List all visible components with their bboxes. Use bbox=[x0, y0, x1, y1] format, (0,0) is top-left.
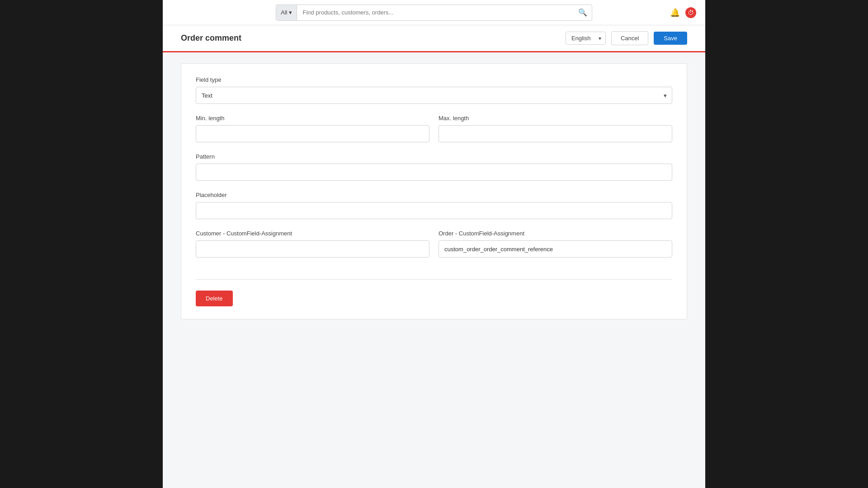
form-card: Field type Text Number Date Select Min. … bbox=[181, 63, 687, 319]
placeholder-group: Placeholder bbox=[196, 192, 672, 219]
customer-assignment-input[interactable] bbox=[196, 240, 429, 258]
page-title: Order comment bbox=[181, 33, 241, 43]
customer-assignment-label: Customer - CustomField-Assignment bbox=[196, 230, 429, 237]
pattern-input[interactable] bbox=[196, 164, 672, 181]
min-length-col: Min. length bbox=[196, 115, 429, 153]
custom-field-row: Customer - CustomField-Assignment Order … bbox=[196, 230, 672, 268]
min-length-label: Min. length bbox=[196, 115, 429, 122]
search-icon: 🔍 bbox=[578, 9, 587, 16]
min-length-group: Min. length bbox=[196, 115, 429, 142]
language-selector-wrapper: English German French bbox=[566, 32, 606, 45]
language-select[interactable]: English German French bbox=[566, 32, 606, 45]
min-length-input[interactable] bbox=[196, 125, 429, 142]
customer-assignment-group: Customer - CustomField-Assignment bbox=[196, 230, 429, 258]
topbar: All ▾ 🔍 🔔 ⏱ bbox=[163, 0, 705, 25]
max-length-label: Max. length bbox=[439, 115, 672, 122]
order-assignment-group: Order - CustomField-Assignment bbox=[439, 230, 672, 258]
search-button[interactable]: 🔍 bbox=[574, 8, 592, 17]
placeholder-label: Placeholder bbox=[196, 192, 672, 198]
field-type-label: Field type bbox=[196, 76, 672, 83]
divider bbox=[196, 279, 672, 280]
header-actions: English German French Cancel Save bbox=[566, 31, 687, 45]
field-type-select[interactable]: Text Number Date Select bbox=[196, 87, 672, 104]
field-type-group: Field type Text Number Date Select bbox=[196, 76, 672, 104]
main-content: Field type Text Number Date Select Min. … bbox=[163, 52, 705, 330]
order-assignment-col: Order - CustomField-Assignment bbox=[439, 230, 672, 268]
save-button[interactable]: Save bbox=[654, 32, 687, 45]
search-area: All ▾ 🔍 bbox=[276, 5, 592, 21]
max-length-group: Max. length bbox=[439, 115, 672, 142]
pattern-group: Pattern bbox=[196, 153, 672, 181]
placeholder-input[interactable] bbox=[196, 202, 672, 219]
max-length-col: Max. length bbox=[439, 115, 672, 153]
chevron-down-icon: ▾ bbox=[289, 9, 292, 16]
bell-icon: 🔔 bbox=[670, 8, 680, 18]
delete-button[interactable]: Delete bbox=[196, 291, 233, 306]
pattern-label: Pattern bbox=[196, 153, 672, 160]
notifications-button[interactable]: 🔔 bbox=[670, 8, 680, 18]
customer-assignment-col: Customer - CustomField-Assignment bbox=[196, 230, 429, 268]
topbar-icons: 🔔 ⏱ bbox=[670, 7, 696, 18]
clock-button[interactable]: ⏱ bbox=[685, 7, 696, 18]
search-input[interactable] bbox=[297, 5, 574, 20]
search-filter-label: All bbox=[281, 9, 287, 16]
length-row: Min. length Max. length bbox=[196, 115, 672, 153]
order-assignment-label: Order - CustomField-Assignment bbox=[439, 230, 672, 237]
clock-icon: ⏱ bbox=[685, 7, 696, 18]
search-filter-button[interactable]: All ▾ bbox=[276, 5, 297, 20]
field-type-select-wrapper: Text Number Date Select bbox=[196, 87, 672, 104]
order-assignment-input[interactable] bbox=[439, 240, 672, 258]
max-length-input[interactable] bbox=[439, 125, 672, 142]
page-header: Order comment English German French Canc… bbox=[163, 25, 705, 52]
cancel-button[interactable]: Cancel bbox=[611, 31, 648, 45]
